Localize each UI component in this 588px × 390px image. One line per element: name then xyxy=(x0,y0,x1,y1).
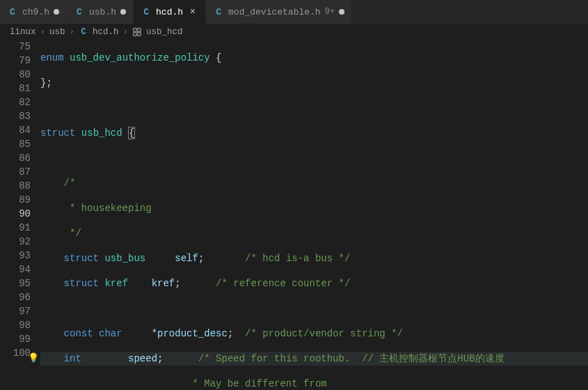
breadcrumb-segment[interactable]: usb xyxy=(49,27,65,37)
line-number: 84 xyxy=(0,123,31,137)
c-lang-icon: C xyxy=(74,6,85,17)
code-line[interactable]: struct kref kref; /* reference counter *… xyxy=(40,276,588,290)
code-line[interactable]: }; xyxy=(40,76,588,90)
c-lang-icon: C xyxy=(7,6,18,17)
editor[interactable]: 7579808182838485868788899091929394959697… xyxy=(0,40,588,390)
code-line[interactable] xyxy=(40,302,588,315)
tab-label: usb.h xyxy=(89,7,116,17)
code-line[interactable]: */ xyxy=(40,226,588,240)
lightbulb-icon[interactable]: 💡 xyxy=(28,352,39,366)
svg-rect-2 xyxy=(134,32,136,35)
svg-rect-0 xyxy=(134,28,136,31)
breadcrumb-segment[interactable]: linux xyxy=(10,27,36,37)
code-area[interactable]: enum usb_dev_authorize_policy { }; struc… xyxy=(40,40,588,390)
chevron-right-icon: › xyxy=(40,27,46,37)
code-line[interactable]: enum usb_dev_authorize_policy { xyxy=(40,51,588,65)
tab-label: hcd.h xyxy=(156,7,183,17)
code-line[interactable]: const char *product_desc; /* product/ven… xyxy=(40,327,588,341)
dirty-indicator-icon xyxy=(120,9,126,15)
breadcrumb-segment[interactable]: hcd.h xyxy=(93,27,119,37)
line-number: 81 xyxy=(0,81,31,95)
chevron-right-icon: › xyxy=(70,27,75,37)
code-line[interactable]: 💡 int speed; /* Speed for this roothub. … xyxy=(40,352,588,366)
line-number: 100 xyxy=(0,346,31,360)
line-number: 83 xyxy=(0,109,31,123)
line-number: 95 xyxy=(0,276,31,290)
code-line[interactable] xyxy=(40,101,588,115)
line-number: 92 xyxy=(0,235,31,249)
dirty-indicator-icon xyxy=(54,9,59,15)
tab-usb[interactable]: C usb.h xyxy=(67,0,134,24)
struct-symbol-icon xyxy=(132,27,142,37)
line-number: 75 xyxy=(0,40,31,54)
line-number: 93 xyxy=(0,249,31,263)
tab-suffix: 9+ xyxy=(325,7,335,17)
line-number: 89 xyxy=(0,193,31,207)
close-icon[interactable]: × xyxy=(187,6,198,17)
line-number: 91 xyxy=(0,221,31,235)
tab-label: ch9.h xyxy=(22,7,49,17)
c-lang-icon: C xyxy=(213,6,224,17)
line-number: 87 xyxy=(0,165,31,179)
code-line[interactable]: struct usb_hcd { xyxy=(40,126,588,140)
c-lang-icon: C xyxy=(79,27,88,37)
tab-bar: C ch9.h C usb.h C hcd.h × C mod_deviceta… xyxy=(0,0,588,24)
code-line[interactable]: * May be different from xyxy=(40,377,588,390)
breadcrumb-segment[interactable]: usb_hcd xyxy=(146,27,183,37)
line-number: 99 xyxy=(0,332,31,346)
line-number: 86 xyxy=(0,151,31,165)
line-number: 88 xyxy=(0,179,31,193)
breadcrumb: linux › usb › C hcd.h › usb_hcd xyxy=(0,24,588,40)
line-number: 80 xyxy=(0,68,31,81)
line-number: 98 xyxy=(0,318,31,332)
tab-mod-devicetable[interactable]: C mod_devicetable.h 9+ xyxy=(206,0,352,24)
line-number: 90 xyxy=(0,207,31,221)
code-line[interactable]: * housekeeping xyxy=(40,201,588,215)
code-line[interactable] xyxy=(40,151,588,165)
tab-hcd[interactable]: C hcd.h × xyxy=(134,0,206,24)
line-number: 85 xyxy=(0,137,31,151)
chevron-right-icon: › xyxy=(123,27,129,37)
line-number: 82 xyxy=(0,95,31,109)
line-number-gutter: 7579808182838485868788899091929394959697… xyxy=(0,40,40,390)
svg-rect-3 xyxy=(138,32,141,35)
dirty-indicator-icon xyxy=(339,9,344,15)
code-line[interactable]: /* xyxy=(40,176,588,190)
line-number: 79 xyxy=(0,54,31,68)
line-number: 97 xyxy=(0,304,31,318)
svg-rect-1 xyxy=(138,28,141,31)
tab-label: mod_devicetable.h xyxy=(228,7,321,17)
c-lang-icon: C xyxy=(141,6,152,17)
line-number: 94 xyxy=(0,263,31,276)
line-number: 96 xyxy=(0,290,31,304)
code-line[interactable]: struct usb_bus self; /* hcd is-a bus */ xyxy=(40,251,588,265)
tab-ch9[interactable]: C ch9.h xyxy=(0,0,67,24)
